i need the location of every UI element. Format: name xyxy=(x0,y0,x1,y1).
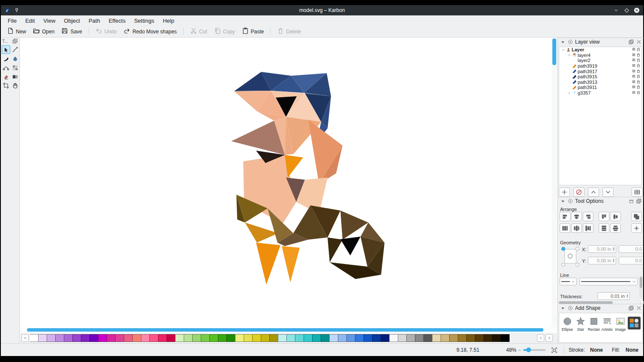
snap-to-grid-button[interactable] xyxy=(631,223,642,233)
close-button[interactable] xyxy=(633,6,641,14)
layer-row-g3357[interactable]: ?g3357 xyxy=(559,90,641,96)
menu-settings[interactable]: Settings xyxy=(130,16,158,25)
calligraphy-tool[interactable] xyxy=(2,54,10,63)
align-hcenter-button[interactable] xyxy=(571,212,582,221)
lock-icon[interactable] xyxy=(636,69,641,74)
properties-icon[interactable] xyxy=(632,90,636,95)
height-field[interactable]: 0.0 ▲▼ xyxy=(619,257,643,264)
menu-edit[interactable]: Edit xyxy=(21,16,39,25)
color-swatch-20[interactable] xyxy=(201,334,210,342)
color-swatch-25[interactable] xyxy=(244,334,253,342)
expander-right-icon[interactable] xyxy=(567,53,572,57)
shape-ellipse[interactable]: Ellipse xyxy=(561,316,574,332)
lock-icon[interactable] xyxy=(636,85,641,90)
shape-collections-button[interactable] xyxy=(628,317,641,329)
line-style-combo[interactable] xyxy=(579,278,638,285)
new-button[interactable]: New xyxy=(3,26,30,37)
color-swatch-23[interactable] xyxy=(227,334,236,342)
fox-polygon[interactable] xyxy=(328,237,343,262)
thickness-field[interactable]: 0.01 in ▲▼ xyxy=(597,292,630,300)
zoom-select[interactable]: 48% xyxy=(506,344,522,356)
shade-icon[interactable] xyxy=(612,6,620,14)
menu-view[interactable]: View xyxy=(39,16,60,25)
color-swatch-17[interactable] xyxy=(175,334,184,342)
palette-scroll-left-button[interactable] xyxy=(537,334,544,342)
color-swatch-46[interactable] xyxy=(423,334,432,342)
color-swatch-0[interactable] xyxy=(30,334,39,342)
color-swatch-44[interactable] xyxy=(406,334,415,342)
width-field[interactable]: 0.0 ▲▼ xyxy=(619,245,643,253)
color-swatch-19[interactable] xyxy=(192,334,201,342)
x-position-field[interactable]: 0.00 in ▲▼ xyxy=(588,245,616,253)
properties-icon[interactable] xyxy=(632,58,636,63)
eraser-tool[interactable] xyxy=(2,72,10,81)
y-position-field[interactable]: 0.00 in ▲▼ xyxy=(588,257,616,264)
color-swatch-41[interactable] xyxy=(381,334,390,342)
color-swatch-52[interactable] xyxy=(475,334,484,342)
color-swatch-50[interactable] xyxy=(458,334,467,342)
color-swatch-55[interactable] xyxy=(501,334,510,342)
menu-help[interactable]: Help xyxy=(158,16,179,25)
anchor-bottom-right-radio[interactable] xyxy=(575,263,579,267)
pencil-tool[interactable] xyxy=(11,45,19,54)
fill-tool[interactable] xyxy=(11,54,19,63)
color-swatch-26[interactable] xyxy=(252,334,261,342)
toolbox-float-icon[interactable] xyxy=(12,38,18,44)
properties-icon[interactable] xyxy=(632,80,636,85)
zoom-slider[interactable] xyxy=(523,344,546,356)
layer-row-path3919[interactable]: path3919 xyxy=(559,63,641,69)
expander-down-icon[interactable] xyxy=(561,47,566,52)
color-swatch-27[interactable] xyxy=(261,334,270,342)
spinner-arrows-icon[interactable]: ▲▼ xyxy=(612,247,615,251)
layer-row-path3915[interactable]: path3915 xyxy=(559,74,641,80)
shape-image[interactable]: Image xyxy=(614,316,627,332)
expander-right-icon[interactable] xyxy=(567,91,572,95)
color-swatch-48[interactable] xyxy=(441,334,450,342)
color-swatch-15[interactable] xyxy=(158,334,167,342)
color-swatch-54[interactable] xyxy=(492,334,501,342)
color-swatch-37[interactable] xyxy=(346,334,355,342)
color-swatch-40[interactable] xyxy=(372,334,381,342)
color-swatch-11[interactable] xyxy=(124,334,133,342)
color-swatch-12[interactable] xyxy=(132,334,141,342)
line-cap-combo[interactable] xyxy=(560,278,577,285)
path-edit-tool[interactable] xyxy=(2,63,10,72)
canvas-horizontal-scrollbar[interactable] xyxy=(20,327,557,333)
align-left-button[interactable] xyxy=(560,212,570,221)
color-swatch-53[interactable] xyxy=(483,334,492,342)
color-swatch-8[interactable] xyxy=(98,334,107,342)
palette-scroll-right-button[interactable] xyxy=(546,334,553,342)
layer-row-path3911[interactable]: path3911 xyxy=(559,85,641,90)
properties-icon[interactable] xyxy=(632,53,636,58)
canvas[interactable] xyxy=(20,38,552,327)
color-swatch-51[interactable] xyxy=(466,334,475,342)
position-anchor-widget[interactable] xyxy=(561,245,579,268)
color-swatch-33[interactable] xyxy=(312,334,321,342)
menu-object[interactable]: Object xyxy=(60,16,84,25)
artwork-low-poly-fox[interactable] xyxy=(231,66,390,289)
properties-icon[interactable] xyxy=(632,47,636,52)
panel-close-icon[interactable] xyxy=(636,39,642,45)
color-swatch-43[interactable] xyxy=(398,334,407,342)
color-swatch-47[interactable] xyxy=(432,334,441,342)
color-swatch-39[interactable] xyxy=(364,334,373,342)
align-top-button[interactable] xyxy=(599,212,609,221)
color-swatch-35[interactable] xyxy=(329,334,338,342)
properties-icon[interactable] xyxy=(632,69,636,74)
open-button[interactable]: Open xyxy=(30,26,58,37)
lock-icon[interactable] xyxy=(636,53,641,58)
add-layer-button[interactable] xyxy=(559,187,570,197)
align-right-button[interactable] xyxy=(583,212,593,221)
scroll-right-icon[interactable] xyxy=(639,300,643,304)
anchor-top-right-radio[interactable] xyxy=(575,247,579,251)
layer-row-path3913[interactable]: path3913 xyxy=(559,80,641,85)
tool-options-vscrollbar[interactable] xyxy=(639,276,643,298)
lock-icon[interactable] xyxy=(636,90,641,95)
panel-collapse-icon[interactable] xyxy=(560,39,566,45)
fox-polygon[interactable] xyxy=(256,243,280,285)
layer-row-path3917[interactable]: path3917 xyxy=(559,68,641,74)
pattern-tool[interactable] xyxy=(11,63,19,72)
palette-menu-button[interactable] xyxy=(21,334,29,342)
color-swatch-36[interactable] xyxy=(338,334,347,342)
fox-polygon[interactable] xyxy=(340,237,361,255)
